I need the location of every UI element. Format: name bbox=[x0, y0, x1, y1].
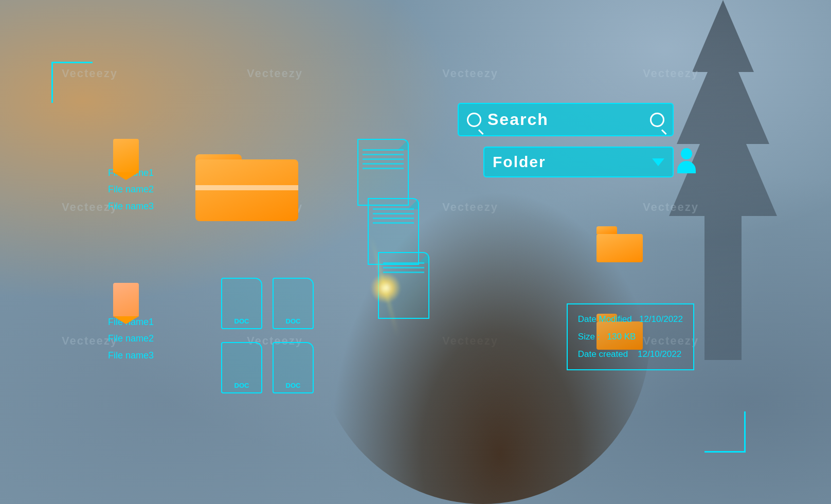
search-bar[interactable]: Search bbox=[458, 103, 674, 136]
small-folder-body bbox=[597, 234, 643, 262]
doc-corner-fold bbox=[398, 140, 408, 150]
small-bookmark-icon-2 bbox=[113, 283, 139, 316]
size-row: Size : 130 KB bbox=[578, 328, 683, 346]
corner-bracket-bottom-right bbox=[704, 411, 746, 453]
file-list-lower-item-2: File name2 bbox=[108, 330, 154, 347]
date-modified-row: Date Modified 12/10/2022 bbox=[578, 311, 683, 328]
doc-line bbox=[363, 168, 404, 169]
user-body bbox=[677, 161, 696, 173]
search-icon-left bbox=[467, 113, 481, 127]
doc-line bbox=[363, 149, 404, 151]
doc-line bbox=[363, 163, 404, 165]
small-folder-icon-right-upper bbox=[597, 226, 643, 262]
folder-dropdown-label: Folder bbox=[493, 153, 646, 171]
date-modified-value: 12/10/2022 bbox=[639, 314, 683, 324]
doc-file-icon-1: DOC bbox=[221, 278, 262, 329]
small-folder-tab bbox=[597, 226, 617, 234]
doc-line bbox=[383, 267, 424, 268]
doc-lines bbox=[358, 145, 408, 173]
doc-file-icon-2: DOC bbox=[273, 278, 314, 329]
doc-corner-fold bbox=[408, 199, 418, 209]
user-icon bbox=[674, 148, 699, 176]
size-value: 130 KB bbox=[607, 332, 636, 341]
folder-body bbox=[195, 159, 298, 221]
doc-line bbox=[373, 222, 414, 224]
size-label: Size : bbox=[578, 332, 600, 341]
doc-file-icon-4: DOC bbox=[273, 342, 314, 393]
folder-dropdown[interactable]: Folder bbox=[483, 147, 674, 177]
doc-line bbox=[383, 262, 424, 264]
doc-line bbox=[373, 218, 414, 219]
date-created-row: Date created 12/10/2022 bbox=[578, 346, 683, 363]
holo-ui-container: File name1 File name2 File name3 File na… bbox=[51, 62, 746, 453]
doc-line bbox=[373, 208, 414, 210]
date-created-value: 12/10/2022 bbox=[638, 349, 681, 359]
corner-bracket-top-left bbox=[51, 62, 93, 103]
file-list-upper-item-3: File name3 bbox=[108, 198, 154, 214]
doc-line bbox=[363, 154, 404, 155]
doc-file-icon-3: DOC bbox=[221, 342, 262, 393]
document-outline-1 bbox=[357, 139, 409, 206]
date-created-label: Date created bbox=[578, 349, 628, 359]
doc-line bbox=[373, 213, 414, 214]
user-head bbox=[681, 148, 692, 159]
file-info-box: Date Modified 12/10/2022 Size : 130 KB D… bbox=[567, 303, 694, 370]
doc-corner-fold bbox=[418, 253, 428, 263]
date-modified-label: Date Modified bbox=[578, 314, 632, 324]
file-list-lower-item-3: File name3 bbox=[108, 347, 154, 364]
search-icon-right bbox=[650, 113, 664, 127]
search-label: Search bbox=[487, 110, 644, 129]
chevron-down-icon bbox=[652, 158, 664, 166]
file-list-upper-item-2: File name2 bbox=[108, 181, 154, 197]
folder-stripe bbox=[195, 185, 298, 190]
large-folder-icon bbox=[195, 144, 298, 221]
doc-line bbox=[363, 158, 404, 160]
small-bookmark-icon-1 bbox=[113, 139, 139, 172]
